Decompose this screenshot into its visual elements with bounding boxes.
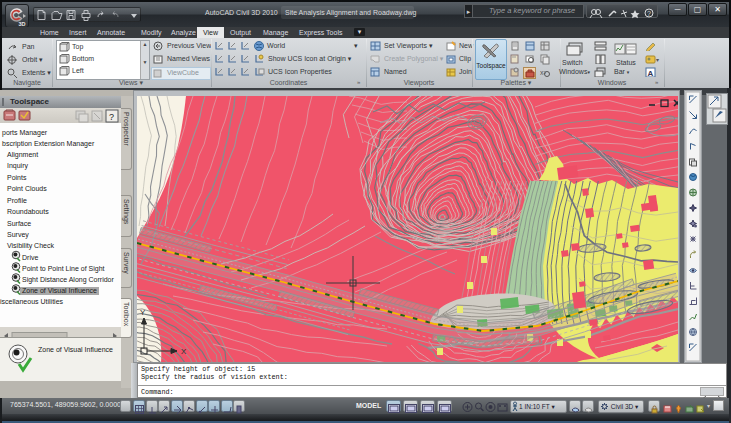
svg-text:X: X xyxy=(181,347,187,356)
svg-text:?: ? xyxy=(647,10,651,17)
svg-text:Y: Y xyxy=(140,308,146,317)
svg-text:A: A xyxy=(648,69,654,77)
svg-text:?: ? xyxy=(109,112,114,122)
svg-text:3D: 3D xyxy=(19,21,26,27)
svg-text:▾: ▾ xyxy=(656,57,659,63)
